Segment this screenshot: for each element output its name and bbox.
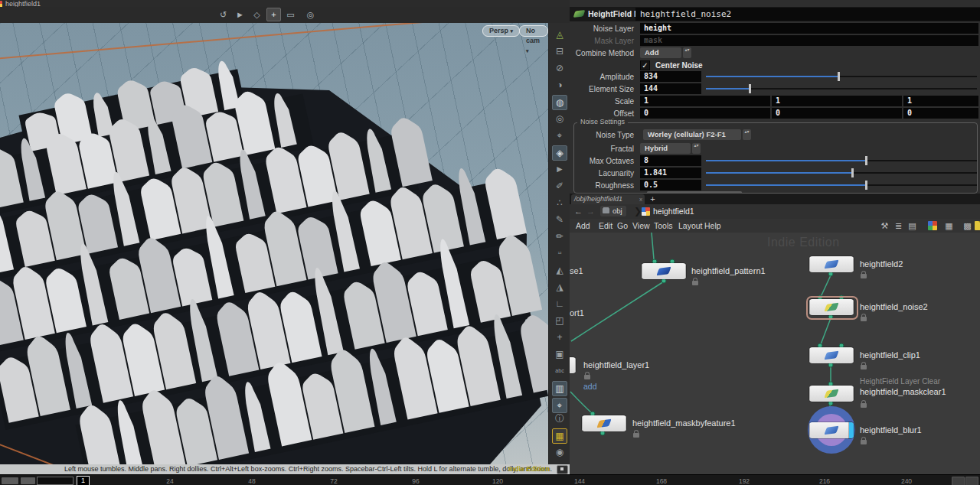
slider-handle[interactable] [865, 156, 867, 165]
node-label[interactable]: heightfield_noise2 [860, 302, 928, 311]
scene-viewport[interactable]: Persp ▾ No cam ▾ [0, 23, 548, 464]
display-flag[interactable] [849, 422, 854, 438]
scale-z-input[interactable]: 1 [903, 96, 978, 106]
layout-small-icon[interactable]: ▩ [962, 220, 973, 231]
menu-go[interactable]: Go [617, 219, 628, 233]
node-heightfield-blur1[interactable] [809, 422, 854, 438]
snapshot-icon[interactable]: ▥ [552, 381, 567, 396]
grid-icon[interactable]: ▦ [552, 428, 567, 444]
forward-icon[interactable]: → [586, 204, 595, 219]
noise-type-dropdown[interactable]: Worley (cellular) F2-F1 [643, 129, 741, 140]
move-tool-icon[interactable]: + [266, 8, 281, 21]
spinner-icon[interactable]: ▴▾ [743, 129, 751, 140]
spinner-icon[interactable]: ▴▾ [692, 143, 701, 154]
snapping-icon[interactable]: ◈ [552, 145, 567, 161]
camera-select-menu[interactable]: No cam ▾ [519, 25, 548, 37]
scale-x-input[interactable]: 1 [640, 96, 770, 106]
hq-light-icon[interactable]: ◎ [553, 112, 567, 125]
normal-lights-icon[interactable]: ◍ [552, 95, 567, 110]
palette-icon[interactable] [928, 221, 937, 230]
spinner-icon[interactable]: ▴▾ [683, 47, 691, 58]
grid-view-icon[interactable]: ▦ [943, 220, 955, 231]
node-label[interactable]: heightfield_layer1 [583, 360, 649, 369]
node-heightfield-clip1[interactable] [809, 347, 854, 363]
select-tool-icon[interactable]: ► [234, 8, 247, 21]
node-heightfield-layer1[interactable] [570, 357, 576, 373]
box-zoom-tool-icon[interactable]: ▭ [284, 8, 297, 21]
noise-layer-input[interactable]: height [640, 23, 978, 34]
slider-handle[interactable] [749, 84, 751, 93]
offset-x-input[interactable]: 0 [640, 108, 770, 119]
select-arrow-icon[interactable]: ► [553, 162, 567, 176]
shade-mode-icon[interactable]: ◬ [553, 28, 567, 41]
element-size-slider[interactable] [706, 83, 977, 94]
help-bar-button[interactable] [557, 465, 568, 474]
combine-method-dropdown[interactable]: Add [640, 47, 681, 58]
menu-add[interactable]: Add [576, 219, 590, 233]
lacunarity-slider[interactable] [706, 168, 977, 178]
node-heightfield-noise2[interactable] [809, 299, 854, 315]
node-label[interactable]: heightfield_maskbyfeature1 [632, 418, 736, 428]
lock-camera-icon[interactable]: ⊟ [553, 44, 567, 58]
view-tool-icon[interactable]: ↺ [217, 8, 230, 21]
roughness-slider[interactable] [706, 180, 977, 190]
point-numbers-icon[interactable]: ¹² [553, 246, 567, 260]
lasso-icon[interactable]: ✐ [553, 179, 567, 193]
stop-icon[interactable]: ▣ [553, 347, 567, 361]
close-icon[interactable]: x [639, 194, 642, 204]
max-octaves-slider[interactable] [706, 155, 977, 166]
center-noise-checkbox[interactable]: ✓ [640, 60, 650, 70]
roughness-input[interactable]: 0.5 [640, 180, 701, 190]
max-octaves-input[interactable]: 8 [640, 155, 701, 166]
pin-icon[interactable]: ⌖ [552, 398, 567, 413]
menu-help[interactable]: Help [704, 219, 721, 233]
timeline-option-button[interactable] [952, 477, 965, 485]
amplitude-input[interactable]: 834 [640, 71, 701, 82]
node-heightfield-maskbyfeature1[interactable] [582, 415, 626, 431]
expand-view-icon[interactable]: ◰ [553, 314, 567, 327]
terrain-wire-icon[interactable]: ◮ [553, 280, 567, 294]
measure-icon[interactable]: ∟ [553, 297, 567, 311]
playback-control[interactable] [21, 477, 35, 484]
node-heightfield-maskclear1[interactable] [809, 386, 854, 402]
network-editor[interactable]: Indie Edition [570, 233, 980, 485]
node-heightfield-pattern1[interactable] [642, 263, 686, 279]
axis-icon[interactable]: + [553, 330, 567, 344]
offset-y-input[interactable]: 0 [772, 108, 902, 119]
headlight-icon[interactable]: ◑ [553, 78, 567, 92]
menu-tools[interactable]: Tools [654, 219, 673, 233]
path-node-name[interactable]: heightfield1 [653, 204, 694, 219]
offset-z-input[interactable]: 0 [903, 108, 978, 119]
timeline-option-button[interactable] [965, 477, 978, 485]
mask-layer-input[interactable]: mask [640, 35, 978, 46]
brush-icon[interactable]: ✎ [553, 213, 567, 226]
slider-handle[interactable] [838, 72, 840, 81]
perspective-menu[interactable]: Persp ▾ [482, 25, 520, 37]
scale-y-input[interactable]: 1 [772, 96, 902, 106]
slider-handle[interactable] [851, 168, 854, 177]
node-label[interactable]: heightfield_pattern1 [691, 266, 766, 275]
frame-range-field[interactable] [37, 477, 74, 485]
node-heightfield2[interactable] [809, 256, 854, 272]
amplitude-slider[interactable] [706, 71, 977, 82]
node-label[interactable]: heightfield2 [860, 259, 903, 269]
terrain-display-icon[interactable]: ◭ [553, 263, 567, 277]
menu-edit[interactable]: Edit [599, 219, 612, 233]
add-tab-button[interactable]: + [648, 194, 658, 204]
node-name-field[interactable]: heightfield_noise2 [635, 8, 980, 21]
lacunarity-input[interactable]: 1.841 [640, 168, 701, 178]
pen-icon[interactable]: ✏ [553, 229, 567, 243]
slider-handle[interactable] [865, 181, 867, 190]
menu-layout[interactable]: Layout [678, 219, 703, 233]
current-frame-indicator[interactable]: 1 [77, 476, 90, 485]
path-context-chip[interactable]: obj [600, 206, 626, 216]
tools-icon[interactable]: ⚒ [879, 220, 890, 231]
node-label[interactable]: heightfield_clip1 [860, 350, 920, 360]
shadow-light-icon[interactable]: ⌖ [553, 129, 567, 142]
node-label[interactable]: heightfield_blur1 [860, 425, 922, 435]
node-label[interactable]: heightfield_maskclear1 [860, 387, 946, 396]
camera-view-icon[interactable]: ◉ [553, 445, 567, 459]
handles-tool-icon[interactable]: ◇ [250, 8, 263, 21]
timeline[interactable]: 1 24 48 72 96 120 144 168 192 216 240 [0, 474, 980, 485]
sticky-note-icon[interactable] [975, 221, 980, 230]
